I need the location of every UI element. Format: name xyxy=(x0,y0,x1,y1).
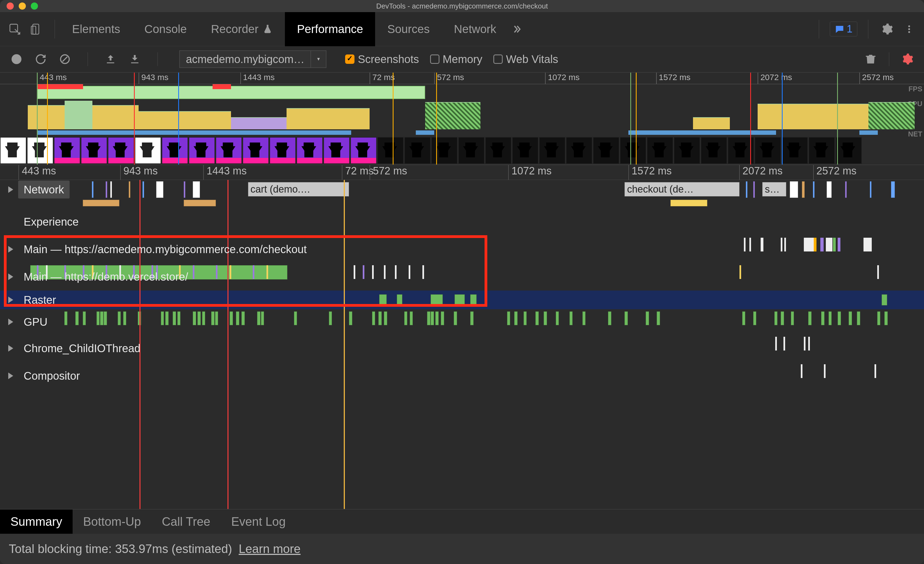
filmstrip-thumbnail[interactable] xyxy=(431,137,458,164)
filmstrip-thumbnail[interactable] xyxy=(620,137,646,164)
gpu-task-bar[interactable] xyxy=(230,311,233,325)
gpu-task-bar[interactable] xyxy=(236,311,239,325)
gpu-task-bar[interactable] xyxy=(838,311,841,325)
filmstrip-thumbnail[interactable] xyxy=(243,137,269,164)
gpu-task-bar[interactable] xyxy=(582,311,586,325)
gpu-task-bar[interactable] xyxy=(378,311,382,325)
gpu-task-bar[interactable] xyxy=(64,311,68,325)
filmstrip-thumbnail[interactable] xyxy=(754,137,781,164)
gpu-task-bar[interactable] xyxy=(349,311,352,325)
save-profile-icon[interactable] xyxy=(128,53,141,66)
settings-icon[interactable] xyxy=(879,21,896,38)
gpu-task-bar[interactable] xyxy=(524,311,527,325)
gpu-task-bar[interactable] xyxy=(544,311,547,325)
filmstrip-thumbnail[interactable] xyxy=(593,137,619,164)
gpu-task-bar[interactable] xyxy=(294,311,297,325)
gpu-task-bar[interactable] xyxy=(774,311,778,325)
tab-recorder[interactable]: Recorder xyxy=(199,12,285,46)
gpu-task-bar[interactable] xyxy=(646,311,649,325)
gpu-task-bar[interactable] xyxy=(202,311,206,325)
gpu-task-bar[interactable] xyxy=(441,311,444,325)
gpu-task-bar[interactable] xyxy=(165,311,169,325)
gpu-task-bar[interactable] xyxy=(753,311,756,325)
gpu-task-bar[interactable] xyxy=(372,311,375,325)
gpu-task-bar[interactable] xyxy=(75,311,79,325)
gpu-task-bar[interactable] xyxy=(257,311,260,325)
track-compositor[interactable]: Compositor xyxy=(0,362,924,390)
network-request-bar[interactable]: cart (demo.… xyxy=(248,182,349,196)
tab-sources[interactable]: Sources xyxy=(375,12,442,46)
filmstrip-thumbnail[interactable] xyxy=(135,137,161,164)
gpu-task-bar[interactable] xyxy=(410,311,413,325)
filmstrip-thumbnail[interactable] xyxy=(27,137,53,164)
gpu-task-bar[interactable] xyxy=(742,311,746,325)
gpu-task-bar[interactable] xyxy=(427,311,430,325)
inspect-element-icon[interactable] xyxy=(7,21,23,38)
gpu-task-bar[interactable] xyxy=(329,311,332,325)
tab-summary[interactable]: Summary xyxy=(0,510,73,534)
target-select[interactable]: acmedemo.mybigcom… ▼ xyxy=(179,50,326,68)
gpu-task-bar[interactable] xyxy=(161,311,164,325)
track-main-frame-2[interactable]: Main — https://demo.vercel.store/ xyxy=(0,263,924,290)
gpu-task-bar[interactable] xyxy=(118,311,121,325)
track-raster[interactable]: Raster xyxy=(0,290,924,309)
filmstrip-thumbnail[interactable] xyxy=(350,137,377,164)
filmstrip-thumbnail[interactable] xyxy=(270,137,296,164)
filmstrip-thumbnail[interactable] xyxy=(108,137,134,164)
gpu-task-bar[interactable] xyxy=(608,311,611,325)
gpu-task-bar[interactable] xyxy=(829,311,832,325)
gpu-task-bar[interactable] xyxy=(104,311,107,325)
filmstrip-thumbnail[interactable] xyxy=(566,137,592,164)
filmstrip-thumbnail[interactable] xyxy=(162,137,188,164)
capture-settings-icon[interactable] xyxy=(901,53,914,66)
filmstrip-thumbnail[interactable] xyxy=(189,137,215,164)
gpu-task-bar[interactable] xyxy=(808,311,812,325)
gpu-task-bar[interactable] xyxy=(177,311,181,325)
filmstrip-thumbnail[interactable] xyxy=(377,137,404,164)
filmstrip-thumbnail[interactable] xyxy=(485,137,512,164)
gpu-task-bar[interactable] xyxy=(791,311,794,325)
main-ruler[interactable]: 443 ms943 ms1443 ms72 ms572 ms1072 ms157… xyxy=(0,165,924,180)
gpu-task-bar[interactable] xyxy=(211,311,214,325)
gpu-task-bar[interactable] xyxy=(404,311,408,325)
gpu-task-bar[interactable] xyxy=(123,311,126,325)
filmstrip-thumbnail[interactable] xyxy=(81,137,107,164)
filmstrip-thumbnail[interactable] xyxy=(782,137,808,164)
gpu-task-bar[interactable] xyxy=(215,311,218,325)
gpu-task-bar[interactable] xyxy=(198,311,201,325)
filmstrip-thumbnail[interactable] xyxy=(216,137,242,164)
network-request-bar[interactable]: s… xyxy=(762,182,786,196)
gpu-task-bar[interactable] xyxy=(781,311,784,325)
screenshots-checkbox[interactable]: Screenshots xyxy=(345,53,419,65)
tab-event-log[interactable]: Event Log xyxy=(221,510,296,534)
filmstrip-thumbnail[interactable] xyxy=(539,137,566,164)
gpu-task-bar[interactable] xyxy=(570,311,573,325)
memory-checkbox[interactable]: Memory xyxy=(430,53,482,65)
gpu-task-bar[interactable] xyxy=(514,311,518,325)
gpu-task-bar[interactable] xyxy=(193,311,196,325)
gpu-task-bar[interactable] xyxy=(261,311,264,325)
tab-console[interactable]: Console xyxy=(132,12,199,46)
overview-timeline[interactable]: 443 ms943 ms1443 ms72 ms572 ms1072 ms157… xyxy=(0,73,924,165)
network-request-bar[interactable]: checkout (de… xyxy=(624,182,740,196)
track-experience[interactable]: Experience xyxy=(0,208,924,236)
web-vitals-checkbox[interactable]: Web Vitals xyxy=(494,53,558,65)
tab-network[interactable]: Network xyxy=(442,12,508,46)
gpu-task-bar[interactable] xyxy=(536,311,539,325)
filmstrip-thumbnail[interactable] xyxy=(647,137,673,164)
gpu-task-bar[interactable] xyxy=(96,311,100,325)
gpu-task-bar[interactable] xyxy=(384,311,387,325)
filmstrip-thumbnail[interactable] xyxy=(323,137,350,164)
tab-call-tree[interactable]: Call Tree xyxy=(152,510,221,534)
gpu-task-bar[interactable] xyxy=(884,311,888,325)
track-child-io[interactable]: Chrome_ChildIOThread xyxy=(0,335,924,362)
gpu-task-bar[interactable] xyxy=(556,311,559,325)
gpu-task-bar[interactable] xyxy=(454,311,457,325)
filmstrip-thumbnail[interactable] xyxy=(674,137,700,164)
gpu-task-bar[interactable] xyxy=(877,311,880,325)
track-main-frame-1[interactable]: Main — https://acmedemo.mybigcommerce.co… xyxy=(0,236,924,263)
learn-more-link[interactable]: Learn more xyxy=(239,542,301,556)
tab-elements[interactable]: Elements xyxy=(60,12,132,46)
gpu-task-bar[interactable] xyxy=(849,311,852,325)
gpu-task-bar[interactable] xyxy=(430,311,434,325)
